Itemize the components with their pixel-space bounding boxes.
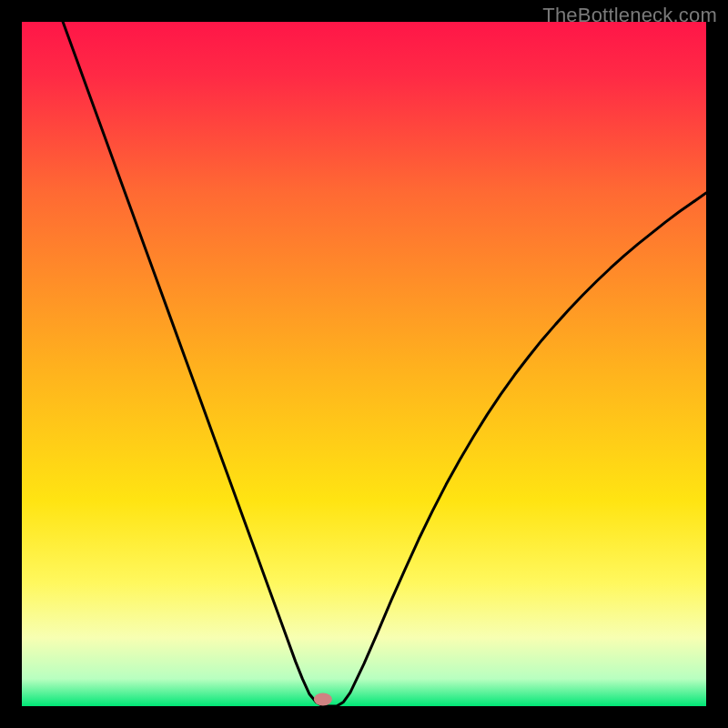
gradient-background (22, 22, 706, 706)
watermark-text: TheBottleneck.com (542, 4, 717, 27)
optimal-marker (314, 693, 332, 705)
chart-container: TheBottleneck.com (0, 0, 728, 728)
plot-svg (22, 22, 706, 706)
plot-frame (22, 22, 706, 706)
